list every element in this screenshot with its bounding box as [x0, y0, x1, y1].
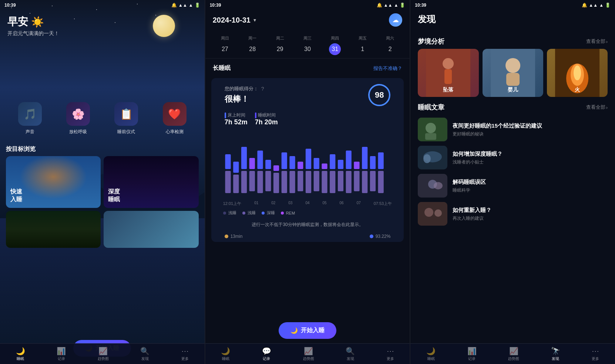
bed-time-label: 床上时间 — [225, 112, 248, 118]
sleep-mini-stats: 13min 93.22% — [217, 231, 398, 242]
day-label-sat: 周六 — [386, 36, 394, 41]
ritual-icon-box: 📋 — [114, 102, 138, 126]
status-bar-section-3: 10:39 🔔 ▲▲ ▲ 🔋 — [410, 0, 615, 10]
mini-stat-time: 13min — [225, 234, 243, 239]
week-day-fri[interactable]: 周五 1 — [357, 36, 369, 55]
nav-sleep-2[interactable]: 🌙 睡眠 — [221, 347, 230, 361]
svg-rect-54 — [425, 133, 436, 140]
dream-see-all[interactable]: 查看全部 › — [586, 38, 608, 45]
chart-end-time: 07:53上午 — [374, 201, 392, 206]
week-day-thu-active[interactable]: 周四 31 — [329, 36, 341, 55]
nav-trend-3[interactable]: 📈 趋势图 — [508, 347, 519, 361]
article-item-1[interactable]: 夜间更好睡眠的15个经过验证的建议 更好睡眠的秘诀 — [418, 118, 608, 141]
browse-grid: 快速入睡 深度睡眠 — [0, 156, 205, 248]
sound-icon-box: 🎵 — [18, 102, 42, 126]
browse-card-quick-sleep[interactable]: 快速入睡 — [6, 156, 101, 208]
nav-record-3[interactable]: 📊 记录 — [467, 347, 477, 361]
nav-more-2[interactable]: ⋯ 更多 — [387, 347, 394, 361]
week-day-tue[interactable]: 周二 29 — [274, 36, 286, 55]
svg-rect-38 — [370, 156, 376, 169]
dream-card-baby[interactable]: 婴儿 — [483, 49, 543, 97]
action-sound[interactable]: 🎵 声音 — [18, 102, 42, 135]
time-04: 04 — [305, 201, 309, 206]
more-nav-icon-3: ⋯ — [592, 347, 599, 355]
action-ritual[interactable]: 📋 睡前仪式 — [114, 102, 138, 135]
date-selector[interactable]: 2024-10-31 ▾ — [213, 16, 256, 24]
nav-record-2[interactable]: 💬 记录 — [262, 347, 271, 361]
time-2: 10:39 — [210, 3, 221, 8]
action-heart[interactable]: ❤️ 心率检测 — [163, 102, 186, 135]
week-day-wed[interactable]: 周三 30 — [302, 36, 313, 55]
nav-trend-2[interactable]: 📈 趋势图 — [303, 347, 314, 361]
article-sub-2: 浅睡者的小贴士 — [453, 159, 608, 165]
legend-light-dot — [242, 212, 245, 215]
svg-rect-12 — [265, 160, 271, 169]
sleep-info-text: 进行一次不低于30分钟的睡眠监测，数据将会在此显示。 — [217, 219, 398, 231]
more-nav-icon-2: ⋯ — [387, 347, 394, 355]
svg-rect-3 — [225, 171, 231, 193]
article-see-all[interactable]: 查看全部 › — [586, 104, 608, 111]
browse-card-deep-sleep[interactable]: 深度睡眠 — [104, 156, 198, 208]
nav-more-1[interactable]: ⋯ 更多 — [181, 347, 189, 361]
svg-rect-47 — [506, 73, 520, 86]
panel-discovery: 10:39 🔔 ▲▲ ▲ 🔋 发现 梦境分析 查看全部 › 坠落 — [410, 0, 615, 364]
svg-rect-15 — [273, 173, 279, 193]
week-day-mon[interactable]: 周一 28 — [246, 36, 258, 55]
sleep-time-value: 7h 20m — [255, 118, 278, 126]
svg-rect-39 — [370, 171, 376, 191]
article-item-4[interactable]: 如何重新入睡？ 再次入睡的建议 — [418, 202, 608, 226]
cloud-sync-icon[interactable]: ☁ — [389, 13, 402, 27]
article-item-2[interactable]: 如何增加深度睡眠？ 浅睡者的小贴士 — [418, 146, 608, 169]
discover-nav-label-3: 发现 — [552, 356, 559, 361]
week-day-sat[interactable]: 周六 2 — [384, 36, 396, 55]
report-link[interactable]: 报告不准确？ — [373, 65, 402, 72]
start-sleep-button-2[interactable]: 🌙 开始入睡 — [279, 322, 336, 339]
action-relax[interactable]: 🌸 放松呼吸 — [66, 102, 90, 135]
dream-card-fire[interactable]: 火 — [547, 49, 608, 97]
article-image-3 — [418, 174, 447, 198]
article-info-3: 解码睡眠误区 睡眠科学 — [453, 178, 608, 193]
article-item-3[interactable]: 解码睡眠误区 睡眠科学 — [418, 174, 608, 198]
sleep-score-circle: 98 — [368, 84, 390, 106]
status-bar-2: 10:39 🔔 ▲▲ ▲ 🔋 — [205, 0, 410, 10]
svg-point-51 — [574, 65, 581, 80]
sleep-time-stat: 睡眠时间 7h 20m — [255, 112, 278, 126]
record-nav-label: 记录 — [58, 356, 65, 361]
article-title-3: 解码睡眠误区 — [453, 178, 608, 186]
nav-sleep-3[interactable]: 🌙 睡眠 — [426, 347, 436, 361]
nav-trend-1[interactable]: 📈 趋势图 — [98, 347, 109, 361]
status-icons-1: 🔔 ▲▲ ▲ 🔋 — [171, 3, 200, 8]
time-02: 02 — [271, 201, 275, 206]
blue-dot-icon — [370, 235, 373, 238]
svg-rect-30 — [338, 160, 343, 169]
dream-section-header: 梦境分析 查看全部 › — [410, 31, 615, 49]
more-nav-label-3: 更多 — [592, 356, 599, 361]
browse-card-nature[interactable] — [6, 211, 101, 248]
nav-more-3[interactable]: ⋯ 更多 — [592, 347, 599, 361]
nav-discover-1[interactable]: 🔍 发现 — [140, 347, 149, 361]
nav-discover-2[interactable]: 🔍 发现 — [346, 347, 355, 361]
sleep-chart-area: 您的睡眠得分： ? 很棒！ 98 床上时间 7h 52m 睡 — [211, 78, 404, 242]
battery-icon-1: 🔋 — [195, 3, 200, 8]
article-info-4: 如何重新入睡？ 再次入睡的建议 — [453, 206, 608, 222]
svg-rect-44 — [444, 69, 452, 84]
nav-discover-3[interactable]: 🔭 发现 — [551, 347, 560, 361]
nav-record-1[interactable]: 📊 记录 — [57, 347, 66, 361]
nav-sleep-1[interactable]: 🌙 睡眠 — [16, 347, 25, 361]
trend-nav-label-3: 趋势图 — [508, 356, 519, 361]
svg-rect-2 — [225, 154, 231, 169]
trend-nav-label: 趋势图 — [98, 356, 109, 361]
article-chevron-icon: › — [606, 105, 608, 110]
heart-icon-box: ❤️ — [163, 102, 186, 126]
dream-card-fall[interactable]: 坠落 — [418, 49, 478, 97]
week-day-sun[interactable]: 周日 27 — [219, 36, 231, 55]
sleep-nav-icon-3: 🌙 — [426, 347, 436, 355]
svg-rect-23 — [306, 171, 311, 193]
record-nav-icon-3: 📊 — [467, 347, 477, 355]
svg-rect-21 — [298, 171, 303, 191]
baby-label: 婴儿 — [483, 87, 543, 93]
browse-card-sunset[interactable] — [104, 211, 198, 248]
status-icons-3: 🔔 ▲▲ ▲ 🔋 — [582, 3, 611, 8]
trend-nav-label-2: 趋势图 — [303, 356, 314, 361]
svg-rect-25 — [313, 171, 319, 191]
